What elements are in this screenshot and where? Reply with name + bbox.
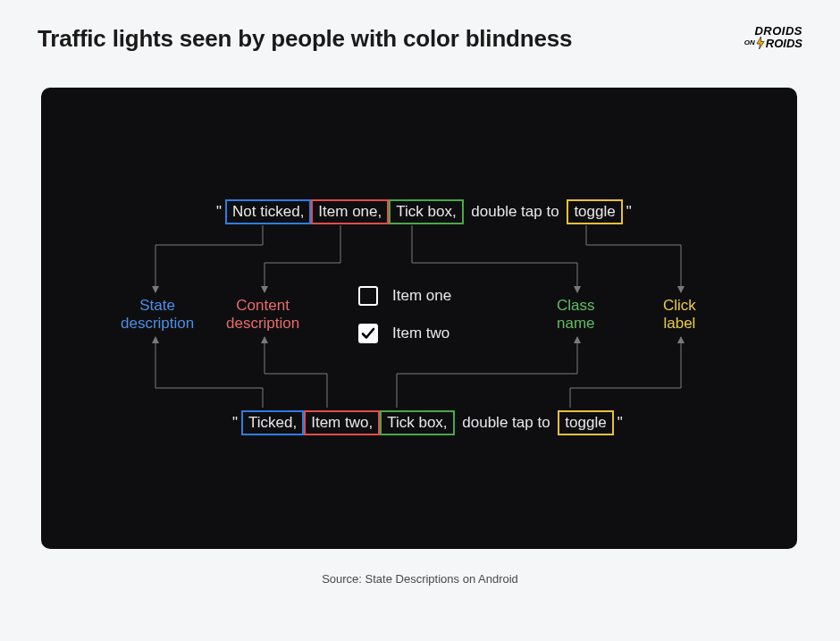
content-box-top: Item one,: [311, 199, 389, 224]
logo-line-1: DROIDS: [754, 25, 802, 37]
checkbox-checked-icon[interactable]: [358, 324, 378, 343]
list-item[interactable]: Item two: [358, 324, 451, 343]
item-label: Item one: [392, 287, 451, 305]
content-description-label: Content description: [226, 297, 299, 332]
quote-open: ": [213, 199, 225, 224]
quote-close: ": [614, 410, 626, 435]
content-box-bottom: Item two,: [304, 410, 380, 435]
bottom-announcement-strip: " Ticked, Item two, Tick box, double tap…: [229, 409, 626, 436]
state-description-label: State description: [121, 297, 194, 332]
diagram-panel: " Not ticked, Item one, Tick box, double…: [41, 88, 797, 549]
list-item[interactable]: Item one: [358, 286, 451, 306]
class-name-label: Class name: [557, 297, 595, 332]
lightning-bolt-icon: [756, 37, 765, 49]
logo-on: ON: [744, 39, 755, 46]
click-box-bottom: toggle: [558, 410, 613, 435]
class-box-bottom: Tick box,: [380, 410, 454, 435]
checkbox-list: Item one Item two: [358, 286, 451, 343]
click-label-label: Click label: [663, 297, 696, 332]
checkbox-unchecked-icon[interactable]: [358, 286, 378, 306]
item-label: Item two: [392, 325, 449, 342]
page-title: Traffic lights seen by people with color…: [38, 25, 572, 53]
state-box-top: Not ticked,: [225, 199, 311, 224]
middle-text-top: double tap to: [464, 199, 567, 224]
quote-close: ": [623, 199, 635, 224]
state-box-bottom: Ticked,: [241, 410, 304, 435]
class-box-top: Tick box,: [389, 199, 463, 224]
click-box-top: toggle: [567, 199, 622, 224]
middle-text-bottom: double tap to: [455, 410, 559, 435]
brand-logo: DROIDS ON ROIDS: [744, 25, 802, 49]
top-announcement-strip: " Not ticked, Item one, Tick box, double…: [213, 198, 635, 225]
quote-open: ": [229, 410, 241, 435]
source-caption: Source: State Descriptions on Android: [0, 572, 840, 586]
logo-line-2: ROIDS: [766, 38, 802, 49]
